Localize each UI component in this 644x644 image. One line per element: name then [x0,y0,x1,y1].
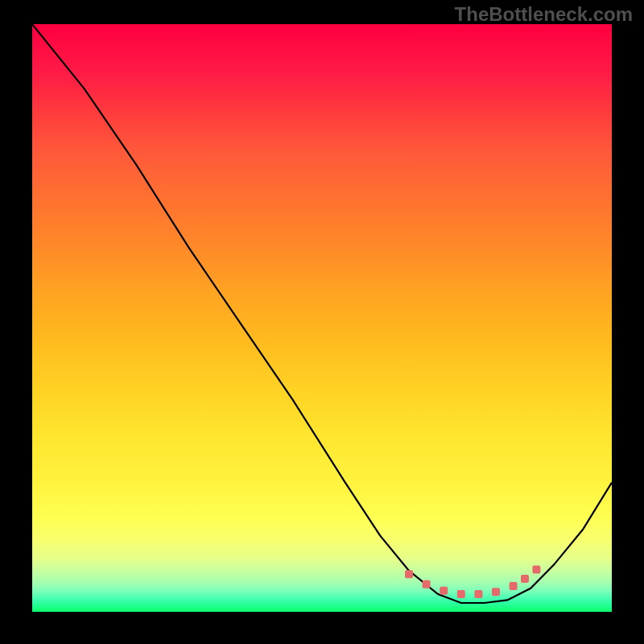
marker-point [510,582,518,590]
chart-plot-area [32,24,612,612]
marker-point [474,590,482,598]
marker-point [532,565,540,573]
marker-point [492,588,500,596]
chart-svg [32,24,612,612]
marker-point [457,590,465,598]
marker-point [440,587,448,595]
marker-point [521,575,529,583]
watermark-text: TheBottleneck.com [455,3,633,26]
bottleneck-curve-line [32,24,612,603]
marker-point [405,570,413,578]
marker-point [423,580,431,588]
